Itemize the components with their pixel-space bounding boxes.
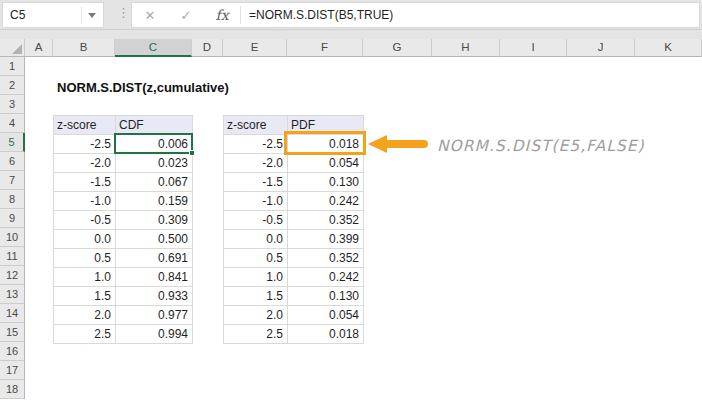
table-row: -0.50.309	[54, 211, 193, 230]
data-cell[interactable]: 2.0	[224, 306, 288, 325]
name-box[interactable]: C5	[2, 2, 104, 28]
table-row: 0.00.399	[224, 230, 364, 249]
table-row: 2.50.994	[54, 325, 193, 344]
data-cell[interactable]: -0.5	[224, 211, 288, 230]
row-header-1[interactable]: 1	[0, 57, 25, 76]
data-cell[interactable]: -1.0	[224, 192, 288, 211]
row-header-5[interactable]: 5	[0, 133, 25, 152]
data-cell[interactable]: 0.5	[224, 249, 288, 268]
header-cell[interactable]: z-score	[224, 116, 288, 135]
row-header-13[interactable]: 13	[0, 285, 25, 304]
data-cell[interactable]: 0.5	[54, 249, 116, 268]
data-cell[interactable]: 0.067	[116, 173, 193, 192]
data-cell[interactable]: 0.994	[116, 325, 193, 344]
column-header-j[interactable]: J	[567, 39, 635, 57]
column-header-a[interactable]: A	[25, 39, 53, 57]
formula-input-area[interactable]: ✕ ✓ fx =NORM.S.DIST(B5,TRUE)	[131, 2, 700, 28]
row-header-3[interactable]: 3	[0, 95, 25, 114]
data-cell[interactable]: 0.352	[288, 211, 364, 230]
row-header-2[interactable]: 2	[0, 76, 25, 95]
table-row: -1.50.067	[54, 173, 193, 192]
data-cell[interactable]: 2.0	[54, 306, 116, 325]
data-cell[interactable]: -2.5	[224, 135, 288, 154]
header-cell[interactable]: CDF	[116, 116, 193, 135]
name-box-value: C5	[3, 8, 81, 22]
row-header-7[interactable]: 7	[0, 171, 25, 190]
insert-function-icon[interactable]: fx	[204, 7, 240, 23]
row-header-10[interactable]: 10	[0, 228, 25, 247]
data-cell[interactable]: -0.5	[54, 211, 116, 230]
data-cell[interactable]: -1.5	[54, 173, 116, 192]
data-cell[interactable]: 0.130	[288, 173, 364, 192]
data-cell[interactable]: 0.399	[288, 230, 364, 249]
data-cell[interactable]: 0.0	[54, 230, 116, 249]
data-cell[interactable]: -1.0	[54, 192, 116, 211]
row-header-6[interactable]: 6	[0, 152, 25, 171]
data-cell[interactable]: 1.5	[54, 287, 116, 306]
table-row: 0.00.500	[54, 230, 193, 249]
column-header-e[interactable]: E	[223, 39, 287, 57]
data-cell[interactable]: -2.5	[54, 135, 116, 154]
sheet-title[interactable]: NORM.S.DIST(z,cumulative)	[57, 80, 229, 95]
column-header-d[interactable]: D	[192, 39, 223, 57]
name-box-dropdown-icon[interactable]	[88, 13, 96, 18]
data-cell[interactable]: 2.5	[54, 325, 116, 344]
data-cell[interactable]: 0.130	[288, 287, 364, 306]
data-cell[interactable]: 0.352	[288, 249, 364, 268]
data-cell[interactable]: 0.006	[116, 135, 193, 154]
column-header-i[interactable]: I	[500, 39, 567, 57]
data-cell[interactable]: 0.159	[116, 192, 193, 211]
data-cell[interactable]: 0.841	[116, 268, 193, 287]
data-cell[interactable]: 0.500	[116, 230, 193, 249]
data-cell[interactable]: 0.054	[288, 306, 364, 325]
data-cell[interactable]: 0.977	[116, 306, 193, 325]
column-header-k[interactable]: K	[635, 39, 702, 57]
header-cell[interactable]: z-score	[54, 116, 116, 135]
data-cell[interactable]: 0.933	[116, 287, 193, 306]
row-header-14[interactable]: 14	[0, 304, 25, 323]
data-cell[interactable]: -2.0	[54, 154, 116, 173]
data-cell[interactable]: 1.5	[224, 287, 288, 306]
enter-icon[interactable]: ✓	[168, 8, 204, 23]
data-cell[interactable]: 2.5	[224, 325, 288, 344]
select-all-corner[interactable]	[0, 39, 25, 57]
column-header-g[interactable]: G	[363, 39, 432, 57]
cancel-icon[interactable]: ✕	[132, 8, 168, 23]
formula-text[interactable]: =NORM.S.DIST(B5,TRUE)	[249, 8, 393, 22]
excel-window: C5 ⋮ ✕ ✓ fx =NORM.S.DIST(B5,TRUE) ABCDEF…	[0, 0, 702, 400]
row-header-17[interactable]: 17	[0, 361, 25, 380]
column-header-h[interactable]: H	[432, 39, 500, 57]
data-cell[interactable]: 0.309	[116, 211, 193, 230]
row-header-16[interactable]: 16	[0, 342, 25, 361]
column-header-f[interactable]: F	[287, 39, 363, 57]
cdf-table: z-scoreCDF-2.50.006-2.00.023-1.50.067-1.…	[53, 115, 193, 344]
row-header-9[interactable]: 9	[0, 209, 25, 228]
data-cell[interactable]: 0.242	[288, 192, 364, 211]
column-header-c[interactable]: C	[115, 39, 192, 57]
table-row: 1.50.933	[54, 287, 193, 306]
table-row: -1.00.159	[54, 192, 193, 211]
name-box-separator	[81, 7, 82, 23]
row-header-8[interactable]: 8	[0, 190, 25, 209]
data-cell[interactable]: 1.0	[224, 268, 288, 287]
data-cell[interactable]: 1.0	[54, 268, 116, 287]
data-cell[interactable]: 0.018	[288, 325, 364, 344]
data-cell[interactable]: 0.691	[116, 249, 193, 268]
data-cell[interactable]: -1.5	[224, 173, 288, 192]
data-cell[interactable]: 0.0	[224, 230, 288, 249]
row-header-4[interactable]: 4	[0, 114, 25, 133]
table-row: 1.50.130	[224, 287, 364, 306]
row-header-11[interactable]: 11	[0, 247, 25, 266]
column-header-b[interactable]: B	[53, 39, 115, 57]
row-header-12[interactable]: 12	[0, 266, 25, 285]
table-row: 0.50.352	[224, 249, 364, 268]
row-header-18[interactable]: 18	[0, 380, 25, 399]
data-cell[interactable]: 0.023	[116, 154, 193, 173]
data-cell[interactable]: -2.0	[224, 154, 288, 173]
data-cell[interactable]: 0.242	[288, 268, 364, 287]
data-cell[interactable]: 0.018	[288, 135, 364, 154]
row-header-15[interactable]: 15	[0, 323, 25, 342]
formula-bar-divider	[0, 29, 702, 30]
data-cell[interactable]: 0.054	[288, 154, 364, 173]
header-cell[interactable]: PDF	[288, 116, 364, 135]
